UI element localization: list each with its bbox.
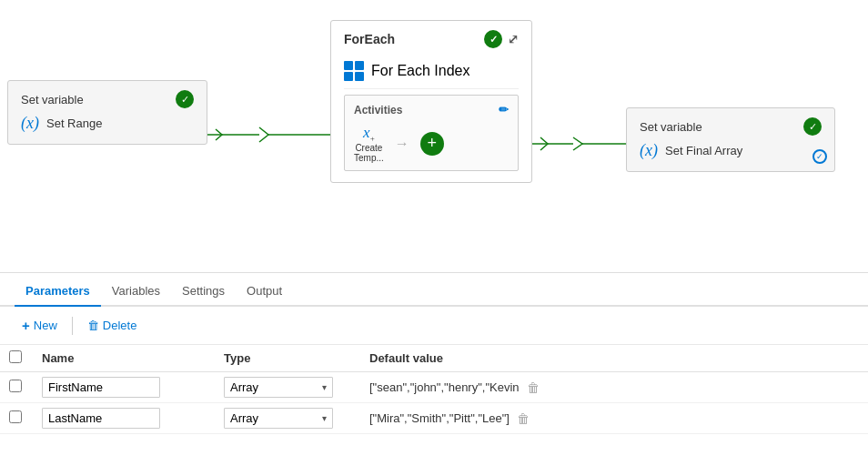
card-set-range-title: Set variable	[21, 93, 170, 106]
toolbar-separator	[72, 317, 73, 335]
default-value-row-0: ["sean","john","henry","Kevin 🗑	[369, 379, 859, 397]
delete-button[interactable]: 🗑 Delete	[80, 315, 145, 336]
trash-icon: 🗑	[87, 319, 99, 332]
th-checkbox	[0, 345, 33, 372]
table-row: Array String Integer Boolean Object ▾ ["…	[0, 372, 868, 403]
params-table: Name Type Default value Array String Int…	[0, 345, 868, 434]
foreach-title-row: ForEach ✓ ⤢	[344, 30, 519, 48]
card-set-range: Set variable ✓ (x) Set Range	[7, 80, 207, 145]
row-type-cell: Array String Integer Boolean Object ▾	[215, 403, 360, 434]
card-set-final-title: Set variable	[640, 120, 798, 134]
row-default-cell: ["Mira","Smith","Pitt","Lee"] 🗑	[360, 403, 868, 434]
foreach-index-label: For Each Index	[371, 63, 470, 79]
row-name-cell	[33, 403, 215, 434]
create-temp-block: x+ Create Temp...	[354, 124, 384, 163]
select-all-checkbox[interactable]	[9, 350, 22, 363]
tab-variables[interactable]: Variables	[101, 279, 171, 307]
type-select-0[interactable]: Array String Integer Boolean Object	[225, 378, 332, 397]
set-final-blue-check: ✓	[812, 149, 827, 164]
tab-output[interactable]: Output	[236, 279, 293, 307]
variable-icon-final: (x)	[640, 141, 658, 160]
row-name-cell	[33, 372, 215, 403]
temp-label: Temp...	[354, 153, 384, 163]
row-default-cell: ["sean","john","henry","Kevin 🗑	[360, 372, 868, 403]
create-label: Create	[355, 143, 382, 153]
tab-parameters[interactable]: Parameters	[15, 279, 101, 307]
card-foreach: ForEach ✓ ⤢ For Each Index Activities ✏ …	[330, 20, 532, 183]
th-default: Default value	[360, 345, 868, 372]
foreach-title: ForEach	[344, 32, 395, 46]
canvas-area: Set variable ✓ (x) Set Range ForEach ✓ ⤢…	[0, 0, 868, 273]
name-input-1[interactable]	[42, 408, 160, 429]
delete-label: Delete	[103, 319, 137, 332]
add-activity-button[interactable]: +	[420, 132, 444, 156]
activities-box: Activities ✏ x+ Create Temp... +	[344, 95, 519, 171]
th-type: Type	[215, 345, 360, 372]
delete-row-icon-1[interactable]: 🗑	[515, 410, 531, 428]
card-set-final-body: (x) Set Final Array	[640, 141, 822, 160]
foreach-check-icon: ✓	[484, 30, 502, 48]
type-select-wrapper-0: Array String Integer Boolean Object ▾	[224, 377, 333, 398]
new-label: New	[34, 319, 57, 332]
pencil-icon[interactable]: ✏	[499, 103, 509, 116]
default-value-text-0: ["sean","john","henry","Kevin	[369, 380, 520, 394]
row-checkbox-1[interactable]	[9, 410, 22, 423]
card-set-range-header: Set variable ✓	[21, 90, 194, 108]
card-set-range-body: (x) Set Range	[21, 114, 194, 133]
row-checkbox-cell	[0, 372, 33, 403]
default-value-text-1: ["Mira","Smith","Pitt","Lee"]	[369, 411, 510, 425]
card-set-range-label: Set Range	[46, 116, 102, 130]
name-input-0[interactable]	[42, 377, 160, 398]
set-range-check-icon: ✓	[176, 90, 194, 108]
row-type-cell: Array String Integer Boolean Object ▾	[215, 372, 360, 403]
create-temp-icon: x+	[363, 124, 375, 143]
expand-icon[interactable]: ⤢	[508, 32, 519, 46]
toolbar: + New 🗑 Delete	[0, 307, 868, 345]
set-final-check-icon: ✓	[803, 117, 822, 136]
table-row: Array String Integer Boolean Object ▾ ["…	[0, 403, 868, 434]
foreach-header-row: For Each Index	[344, 56, 519, 89]
activities-title-row: Activities ✏	[354, 103, 509, 116]
card-set-final: Set variable ✓ (x) Set Final Array ✓	[626, 107, 835, 172]
default-value-row-1: ["Mira","Smith","Pitt","Lee"] 🗑	[369, 410, 859, 428]
type-select-wrapper-1: Array String Integer Boolean Object ▾	[224, 408, 333, 429]
type-select-1[interactable]: Array String Integer Boolean Object	[225, 409, 332, 428]
arrow-connector	[395, 136, 409, 152]
card-set-final-label: Set Final Array	[665, 144, 742, 157]
tab-settings[interactable]: Settings	[171, 279, 236, 307]
card-set-final-header: Set variable ✓	[640, 117, 822, 136]
row-checkbox-0[interactable]	[9, 380, 22, 392]
new-button[interactable]: + New	[15, 314, 65, 337]
delete-row-icon-0[interactable]: 🗑	[525, 379, 541, 397]
activities-row: x+ Create Temp... +	[354, 124, 509, 163]
foreach-index-icon	[344, 61, 364, 81]
bottom-panel: Parameters Variables Settings Output + N…	[0, 274, 868, 466]
activities-label: Activities	[354, 104, 402, 116]
row-checkbox-cell	[0, 403, 33, 434]
variable-icon: (x)	[21, 114, 39, 133]
tabs-row: Parameters Variables Settings Output	[0, 274, 868, 307]
th-name: Name	[33, 345, 215, 372]
plus-icon: +	[22, 318, 30, 333]
